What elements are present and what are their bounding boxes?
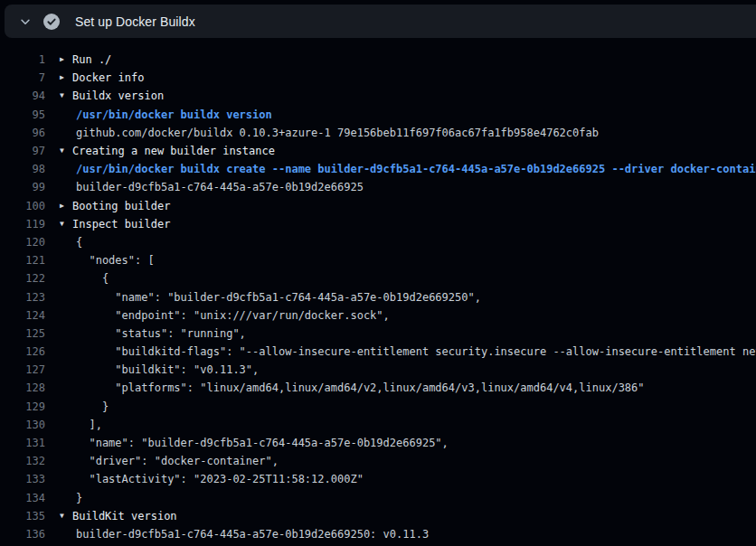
line-number[interactable]: 100 [0, 200, 45, 212]
line-number[interactable]: 128 [0, 381, 45, 394]
log-output-text: "endpoint": "unix:///var/run/docker.sock… [45, 309, 390, 322]
log-line: 122 { [0, 269, 756, 287]
line-number[interactable]: 133 [0, 473, 45, 485]
line-number[interactable]: 134 [0, 492, 45, 504]
log-line: 124 "endpoint": "unix:///var/run/docker.… [0, 306, 756, 325]
log-line: 126 "buildkitd-flags": "--allow-insecure… [0, 343, 756, 361]
step-title: Set up Docker Buildx [75, 14, 195, 29]
line-number[interactable]: 120 [0, 236, 45, 249]
log-group-title[interactable]: BuildKit version [72, 510, 177, 522]
log-command-text: /usr/bin/docker buildx create --name bui… [45, 163, 756, 175]
log-line: 136builder-d9cfb5a1-c764-445a-a57e-0b19d… [0, 525, 756, 543]
line-number[interactable]: 119 [0, 218, 45, 231]
log-line: 1▶Run ./ [0, 51, 756, 69]
log-line: 134} [0, 489, 756, 507]
log-output-text: "buildkitd-flags": "--allow-insecure-ent… [45, 345, 756, 358]
log-group[interactable]: ▼Inspect builder [45, 218, 170, 231]
line-number[interactable]: 121 [0, 254, 45, 267]
log-line: 94▼Buildx version [0, 87, 756, 105]
line-number[interactable]: 127 [0, 363, 45, 376]
line-number[interactable]: 131 [0, 437, 45, 449]
line-number[interactable]: 129 [0, 400, 45, 413]
log-line: 128 "platforms": "linux/amd64,linux/amd6… [0, 379, 756, 397]
log-output-text: { [45, 272, 109, 285]
log-output-text: github.com/docker/buildx 0.10.3+azure-1 … [45, 127, 599, 139]
line-number[interactable]: 132 [0, 455, 45, 467]
line-number[interactable]: 122 [0, 272, 45, 285]
log-line: 97▼Creating a new builder instance [0, 142, 756, 160]
log-line: 123 "name": "builder-d9cfb5a1-c764-445a-… [0, 287, 756, 306]
group-collapsed-icon[interactable]: ▶ [60, 202, 72, 210]
log-line: 129 } [0, 398, 756, 416]
log-line: 119▼Inspect builder [0, 215, 756, 233]
log-group-title[interactable]: Docker info [72, 71, 144, 84]
log-line: 130 ], [0, 416, 756, 434]
log-line: 132 "driver": "docker-container", [0, 452, 756, 470]
log-output-text: } [45, 492, 82, 504]
log-output-text: "buildkit": "v0.11.3", [45, 363, 259, 376]
log-group-title[interactable]: Buildx version [72, 89, 164, 102]
group-expanded-icon[interactable]: ▼ [60, 220, 72, 228]
log-viewer: 1▶Run ./7▶Docker info94▼Buildx version95… [0, 51, 756, 543]
log-group[interactable]: ▶Run ./ [45, 53, 111, 66]
log-output-text: "status": "running", [45, 327, 246, 340]
log-output-text: builder-d9cfb5a1-c764-445a-a57e-0b19d2e6… [45, 528, 429, 541]
line-number[interactable]: 99 [0, 181, 45, 193]
group-expanded-icon[interactable]: ▼ [60, 146, 72, 155]
log-group-title[interactable]: Run ./ [72, 53, 111, 66]
line-number[interactable]: 1 [0, 53, 45, 66]
group-collapsed-icon[interactable]: ▶ [60, 55, 72, 63]
log-output-text: "lastActivity": "2023-02-25T11:58:12.000… [45, 473, 364, 485]
log-group[interactable]: ▼Buildx version [45, 89, 164, 102]
log-output-text: "driver": "docker-container", [45, 455, 279, 467]
log-line: 120{ [0, 233, 756, 251]
line-number[interactable]: 96 [0, 127, 45, 139]
log-line: 121 "nodes": [ [0, 251, 756, 269]
line-number[interactable]: 125 [0, 327, 45, 340]
log-line: 125 "status": "running", [0, 325, 756, 343]
log-group[interactable]: ▶Docker info [45, 71, 144, 84]
log-line: 7▶Docker info [0, 69, 756, 87]
group-expanded-icon[interactable]: ▼ [60, 91, 72, 99]
log-output-text: { [45, 236, 82, 249]
log-line: 99builder-d9cfb5a1-c764-445a-a57e-0b19d2… [0, 178, 756, 196]
log-output-text: builder-d9cfb5a1-c764-445a-a57e-0b19d2e6… [45, 181, 364, 193]
line-number[interactable]: 135 [0, 510, 45, 522]
log-group-title[interactable]: Booting builder [72, 200, 170, 212]
check-circle-icon [43, 13, 61, 31]
log-output-text: "name": "builder-d9cfb5a1-c764-445a-a57e… [45, 437, 449, 449]
log-line: 131 "name": "builder-d9cfb5a1-c764-445a-… [0, 434, 756, 452]
line-number[interactable]: 136 [0, 528, 45, 541]
log-line: 98/usr/bin/docker buildx create --name b… [0, 160, 756, 178]
line-number[interactable]: 97 [0, 145, 45, 157]
chevron-down-icon[interactable] [12, 5, 39, 38]
group-expanded-icon[interactable]: ▼ [60, 512, 72, 520]
log-output-text: } [45, 400, 109, 413]
log-line: 133 "lastActivity": "2023-02-25T11:58:12… [0, 470, 756, 488]
log-output-text: "name": "builder-d9cfb5a1-c764-445a-a57e… [45, 291, 481, 304]
log-line: 135▼BuildKit version [0, 507, 756, 525]
line-number[interactable]: 95 [0, 108, 45, 121]
line-number[interactable]: 126 [0, 345, 45, 358]
line-number[interactable]: 123 [0, 291, 45, 304]
line-number[interactable]: 130 [0, 419, 45, 431]
log-command-text: /usr/bin/docker buildx version [45, 108, 272, 121]
log-line: 100▶Booting builder [0, 197, 756, 215]
log-group[interactable]: ▼Creating a new builder instance [45, 145, 275, 157]
log-group[interactable]: ▶Booting builder [45, 200, 170, 212]
line-number[interactable]: 98 [0, 163, 45, 175]
log-group[interactable]: ▼BuildKit version [45, 510, 177, 522]
log-output-text: "nodes": [ [45, 254, 155, 267]
log-line: 127 "buildkit": "v0.11.3", [0, 361, 756, 379]
line-number[interactable]: 7 [0, 71, 45, 84]
log-output-text: "platforms": "linux/amd64,linux/amd64/v2… [45, 381, 645, 394]
group-collapsed-icon[interactable]: ▶ [60, 73, 72, 81]
line-number[interactable]: 94 [0, 89, 45, 102]
step-header[interactable]: Set up Docker Buildx [5, 5, 756, 38]
log-group-title[interactable]: Inspect builder [72, 218, 170, 231]
log-line: 96github.com/docker/buildx 0.10.3+azure-… [0, 124, 756, 142]
log-group-title[interactable]: Creating a new builder instance [72, 145, 275, 157]
line-number[interactable]: 124 [0, 309, 45, 322]
log-output-text: ], [45, 419, 102, 431]
log-line: 95/usr/bin/docker buildx version [0, 106, 756, 124]
